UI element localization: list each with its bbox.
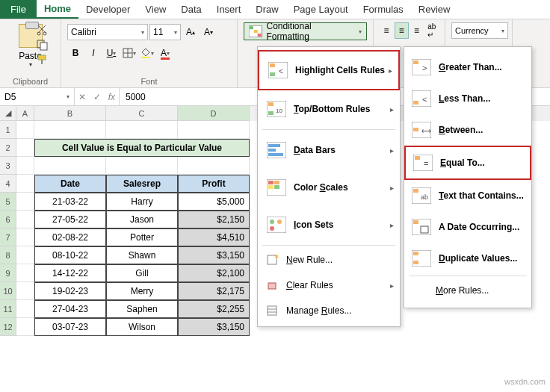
highlight-rules-icon: < xyxy=(268,62,288,78)
format-painter-icon[interactable] xyxy=(36,54,49,66)
watermark: wsxdn.com xyxy=(504,377,546,386)
menu-text-contains[interactable]: ab Text that Contains... xyxy=(404,180,531,211)
table-header[interactable]: Salesrep xyxy=(106,175,178,193)
svg-rect-13 xyxy=(258,34,262,37)
rep-cell: Wilson xyxy=(106,318,178,336)
menu-top-bottom-rules[interactable]: 10 Top/Bottom Rules ▸ xyxy=(258,90,400,128)
svg-rect-16 xyxy=(270,72,275,76)
date-cell: 03-07-23 xyxy=(34,318,106,336)
borders-button[interactable]: ▾ xyxy=(121,45,138,61)
less-than-icon: < xyxy=(412,90,431,107)
menu-icon-sets[interactable]: Icon Sets ▸ xyxy=(258,206,400,243)
menu-less-than[interactable]: < Less Than... xyxy=(404,83,531,114)
row-header[interactable]: 5 xyxy=(0,193,16,211)
menu-highlight-cells-rules[interactable]: < Highlight Cells Rules ▸ xyxy=(258,50,400,90)
row-header[interactable]: 10 xyxy=(0,282,16,300)
row-header[interactable]: 9 xyxy=(0,264,16,282)
align-bottom-icon[interactable]: ≡ xyxy=(410,22,424,39)
svg-text:⟷: ⟷ xyxy=(421,127,431,134)
cancel-icon[interactable]: ✕ xyxy=(78,92,86,102)
row-header[interactable]: 6 xyxy=(0,211,16,228)
svg-rect-45 xyxy=(413,101,418,105)
row-header[interactable]: 12 xyxy=(0,318,16,336)
row-header[interactable]: 7 xyxy=(0,228,16,246)
menu-duplicate-values[interactable]: Duplicate Values... xyxy=(404,243,531,274)
svg-rect-15 xyxy=(270,63,275,67)
select-all-corner[interactable]: ◢ xyxy=(0,106,16,121)
databars-icon xyxy=(267,142,286,158)
menu-new-rule[interactable]: ✶ New Rule... xyxy=(258,247,400,273)
clipboard-group: Paste ▾ Clipboard xyxy=(0,19,61,87)
row-header[interactable]: 4 xyxy=(0,175,16,193)
col-header[interactable]: B xyxy=(34,106,106,121)
row-header[interactable]: 1 xyxy=(0,121,16,139)
tab-page-layout[interactable]: Page Layout xyxy=(286,0,356,19)
row-header[interactable]: 2 xyxy=(0,139,16,157)
chevron-right-icon: ▸ xyxy=(390,281,394,290)
menu-manage-rules[interactable]: Manage Rules... xyxy=(258,298,400,323)
svg-text:=: = xyxy=(424,159,428,168)
tab-data[interactable]: Data xyxy=(173,0,208,19)
svg-rect-3 xyxy=(40,43,47,50)
topbottom-icon: 10 xyxy=(267,101,286,117)
cut-icon[interactable] xyxy=(36,24,49,36)
font-color-button[interactable]: A▾ xyxy=(157,45,173,61)
table-header[interactable]: Profit xyxy=(178,175,250,193)
title-cell[interactable]: Cell Value is Equal to Particular Value xyxy=(34,139,250,157)
menu-more-rules[interactable]: More Rules... xyxy=(404,278,531,303)
menu-clear-rules[interactable]: Clear Rules ▸ xyxy=(258,273,400,298)
tab-review[interactable]: Review xyxy=(411,0,458,19)
align-middle-icon[interactable]: ≡ xyxy=(395,22,408,39)
number-format-select[interactable]: Currency▾ xyxy=(451,22,508,39)
file-tab[interactable]: File xyxy=(0,0,37,19)
chevron-down-icon: ▾ xyxy=(359,28,362,35)
grow-font-icon[interactable]: A▴ xyxy=(182,24,199,40)
shrink-font-icon[interactable]: A▾ xyxy=(200,24,217,40)
row-header[interactable]: 11 xyxy=(0,300,16,318)
svg-rect-12 xyxy=(254,30,258,33)
wrap-text-icon[interactable]: ab↵ xyxy=(425,22,439,39)
row-headers: ◢ 1 2 3 4 5 6 7 8 9 10 11 12 xyxy=(0,106,16,336)
font-group: Calibri▾ 11▾ A▴ A▾ B I U▾ ▾ ▾ A▾ Font xyxy=(61,19,238,87)
profit-cell: $2,150 xyxy=(178,211,250,228)
tab-formulas[interactable]: Formulas xyxy=(356,0,411,19)
conditional-formatting-button[interactable]: Conditional Formatting ▾ xyxy=(244,22,367,40)
tab-home[interactable]: Home xyxy=(37,0,78,19)
tab-insert[interactable]: Insert xyxy=(209,0,249,19)
font-size-select[interactable]: 11▾ xyxy=(149,24,181,40)
new-rule-icon: ✶ xyxy=(267,255,279,265)
font-name-select[interactable]: Calibri▾ xyxy=(67,24,148,40)
col-header[interactable]: D xyxy=(178,106,250,121)
tab-view[interactable]: View xyxy=(138,0,173,19)
bold-button[interactable]: B xyxy=(67,45,84,61)
copy-icon[interactable] xyxy=(36,39,49,51)
menu-date-occurring[interactable]: A Date Occurring... xyxy=(404,211,531,243)
clear-rules-icon xyxy=(267,280,279,290)
rep-cell: Harry xyxy=(106,193,178,211)
svg-rect-4 xyxy=(38,55,46,60)
underline-button[interactable]: U▾ xyxy=(103,45,120,61)
menu-between[interactable]: ⟷ Between... xyxy=(404,114,531,146)
fx-icon[interactable]: fx xyxy=(108,92,115,102)
menu-greater-than[interactable]: > Greater Than... xyxy=(404,52,531,83)
row-header[interactable]: 3 xyxy=(0,157,16,175)
tab-developer[interactable]: Developer xyxy=(78,0,138,19)
menu-equal-to[interactable]: = Equal To... xyxy=(404,146,531,180)
profit-cell: $3,150 xyxy=(178,246,250,264)
italic-button[interactable]: I xyxy=(85,45,102,61)
check-icon[interactable]: ✓ xyxy=(93,92,101,102)
table-header[interactable]: Date xyxy=(34,175,106,193)
tab-draw[interactable]: Draw xyxy=(248,0,285,19)
svg-rect-27 xyxy=(268,181,274,184)
row-header[interactable]: 8 xyxy=(0,246,16,264)
col-header[interactable]: C xyxy=(106,106,178,121)
menu-color-scales[interactable]: Color Scales ▸ xyxy=(258,169,400,206)
col-header[interactable]: A xyxy=(16,106,34,121)
menu-data-bars[interactable]: Data Bars ▸ xyxy=(258,131,400,169)
align-top-icon[interactable]: ≡ xyxy=(380,22,393,39)
svg-rect-30 xyxy=(274,185,279,189)
fill-color-button[interactable]: ▾ xyxy=(139,45,155,61)
name-box[interactable]: D5▾ xyxy=(0,88,75,105)
date-cell: 21-03-22 xyxy=(34,193,106,211)
cf-icon xyxy=(249,25,262,37)
